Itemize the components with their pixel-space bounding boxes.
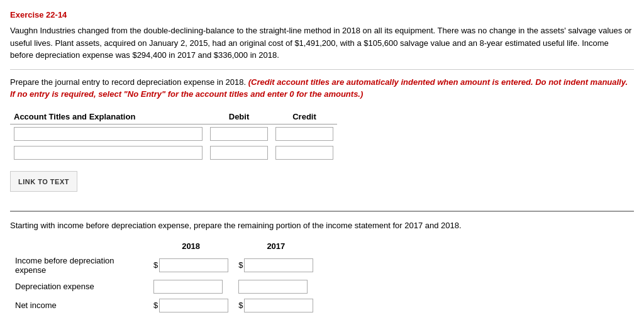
link-to-text-box[interactable]: LINK TO TEXT: [10, 171, 77, 192]
journal-col-account: Account Titles and Explanation: [10, 109, 206, 124]
instruction-text: Prepare the journal entry to record depr…: [10, 76, 634, 101]
income-row1-dollar-2017: $: [238, 260, 243, 270]
journal-table: Account Titles and Explanation Debit Cre…: [10, 109, 337, 162]
income-col-2018-header: 2018: [148, 239, 233, 253]
divider-1: [10, 69, 634, 70]
journal-row1-account[interactable]: [14, 127, 203, 141]
section-divider: [10, 211, 634, 212]
journal-row2-credit[interactable]: [275, 146, 333, 160]
income-row3-val-2017[interactable]: [244, 299, 313, 312]
section2-text: Starting with income before depreciation…: [10, 221, 634, 230]
journal-row-1: [10, 124, 337, 143]
income-row2-val-2018[interactable]: [153, 280, 223, 294]
income-row3-dollar-2017: $: [238, 301, 243, 310]
journal-row1-credit[interactable]: [275, 127, 333, 141]
income-row2-val-2017[interactable]: [238, 280, 308, 294]
problem-text: Vaughn Industries changed from the doubl…: [10, 25, 634, 62]
income-row-2: Depreciation expense: [10, 277, 318, 296]
journal-row-2: [10, 143, 337, 162]
income-row2-label: Depreciation expense: [10, 277, 148, 296]
instruction-part1: Prepare the journal entry to record depr…: [10, 77, 248, 87]
income-col-2017-header: 2017: [233, 239, 318, 253]
exercise-title: Exercise 22-14: [10, 10, 634, 19]
journal-row1-debit[interactable]: [210, 127, 268, 141]
link-to-text-label: LINK TO TEXT: [18, 178, 69, 185]
income-row1-dollar-2018: $: [153, 260, 158, 270]
income-row1-val-2018[interactable]: [159, 258, 228, 272]
income-row-1: Income before depreciation expense $ $: [10, 253, 318, 277]
income-row3-label: Net income: [10, 296, 148, 315]
income-row3-dollar-2018: $: [153, 301, 158, 310]
income-row1-val-2017[interactable]: [244, 258, 313, 272]
income-row1-label: Income before depreciation expense: [10, 253, 148, 277]
income-row3-val-2018[interactable]: [159, 299, 228, 312]
journal-col-debit: Debit: [206, 109, 272, 124]
journal-row2-account[interactable]: [14, 146, 203, 160]
income-label-col-header: [10, 239, 148, 253]
journal-col-credit: Credit: [272, 109, 337, 124]
income-statement-table: 2018 2017 Income before depreciation exp…: [10, 239, 318, 315]
income-row-3: Net income $ $: [10, 296, 318, 315]
journal-row2-debit[interactable]: [210, 146, 268, 160]
